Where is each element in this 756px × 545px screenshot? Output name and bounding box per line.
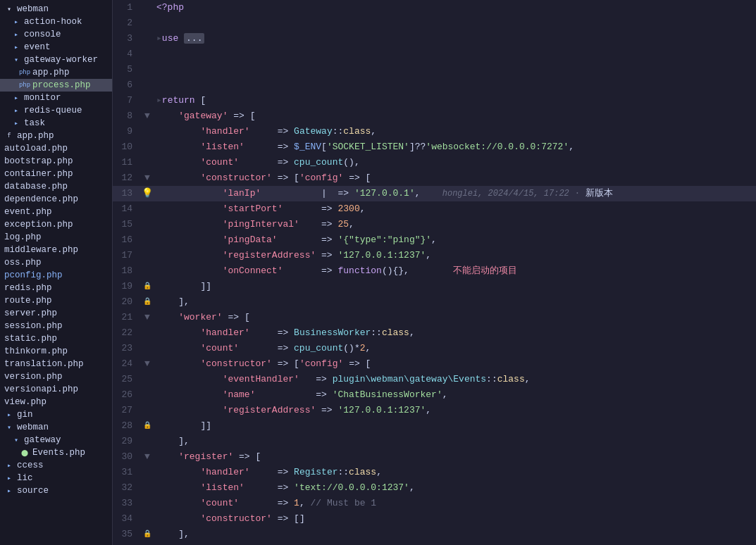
sidebar-item-lic[interactable]: ▸ lic: [0, 472, 112, 484]
sidebar-item-redis-queue[interactable]: ▸ redis-queue: [0, 104, 112, 117]
line-number: 32: [113, 480, 141, 496]
line-gutter: [141, 46, 154, 62]
folder-icon: ▸: [11, 17, 21, 27]
sidebar-item-source[interactable]: ▸ source: [0, 484, 112, 497]
sidebar-item-static[interactable]: static.php: [0, 332, 112, 345]
sidebar-item-ccess[interactable]: ▸ ccess: [0, 459, 112, 472]
line-code: 'count' => cpu_count()*2,: [154, 341, 756, 356]
line-34: 34 'constructor' => []: [113, 511, 756, 527]
line-15: 15 'pingInterval' => 25,: [113, 217, 756, 232]
sidebar-item-oss[interactable]: oss.php: [0, 256, 112, 269]
line-gutter: ▼: [141, 356, 154, 372]
chevron-icon: ▾: [4, 4, 14, 14]
sidebar-item-label: server.php: [4, 308, 57, 318]
line-code: [154, 77, 756, 93]
sidebar-item-redis[interactable]: redis.php: [0, 282, 112, 294]
sidebar-item-session[interactable]: session.php: [0, 320, 112, 332]
sidebar-item-gateway[interactable]: ▾ gateway: [0, 434, 112, 446]
sidebar-label: webman: [17, 4, 49, 14]
line-21: 21 ▼ 'worker' => [: [113, 310, 756, 325]
sidebar-item-label: event: [24, 42, 51, 52]
sidebar-item-label: thinkorm.php: [4, 346, 68, 356]
line-code: ],: [154, 434, 756, 449]
sidebar-item-bootstrap[interactable]: bootstrap.php: [0, 155, 112, 168]
sidebar-item-container[interactable]: container.php: [0, 168, 112, 180]
sidebar-item-process-php[interactable]: php process.php: [0, 79, 112, 92]
line-number: 11: [113, 155, 141, 170]
sidebar-item-label: event.php: [4, 207, 52, 217]
line-gutter: 🔒: [141, 527, 154, 542]
line-gutter: [141, 201, 154, 217]
sidebar-item-webman2[interactable]: ▾ webman: [0, 421, 112, 434]
sidebar-item-label: session.php: [4, 321, 63, 331]
line-gutter: 🔒: [141, 418, 154, 434]
sidebar-item-log[interactable]: log.php: [0, 231, 112, 244]
sidebar-item-gin[interactable]: ▸ gin: [0, 408, 112, 421]
sidebar-item-dependence[interactable]: dependence.php: [0, 193, 112, 206]
sidebar-item-exception[interactable]: exception.php: [0, 218, 112, 231]
sidebar-item-label: bootstrap.php: [4, 156, 73, 166]
sidebar-item-event[interactable]: ▸ event: [0, 41, 112, 54]
line-code: [154, 62, 756, 77]
sidebar-item-version[interactable]: version.php: [0, 370, 112, 383]
line-28: 28 🔒 ]]: [113, 418, 756, 434]
line-gutter: [141, 465, 154, 480]
line-number: 36: [113, 542, 141, 545]
line-30: 30 ▼ 'register' => [: [113, 449, 756, 465]
line-19: 19 🔒 ]]: [113, 279, 756, 294]
sidebar-item-database[interactable]: database.php: [0, 180, 112, 193]
line-number: 27: [113, 403, 141, 418]
sidebar-item-label: oss.php: [4, 258, 42, 268]
line-number: 10: [113, 139, 141, 155]
sidebar-item-label: ccess: [17, 461, 44, 470]
sidebar-item-gateway-worker[interactable]: ▾ gateway-worker: [0, 54, 112, 66]
sidebar-item-middleware[interactable]: middleware.php: [0, 244, 112, 256]
line-31: 31 'handler' => Register::class,: [113, 465, 756, 480]
line-gutter: ▼: [141, 108, 154, 124]
sidebar-item-label: translation.php: [4, 359, 84, 369]
sidebar-item-action-hook[interactable]: ▸ action-hook: [0, 15, 112, 28]
line-2: 2: [113, 15, 756, 31]
line-number: 12: [113, 170, 141, 186]
line-14: 14 'startPort' => 2300,: [113, 201, 756, 217]
sidebar-item-label: pconfig.php: [4, 270, 63, 280]
line-code: 'listen' => 'text://0.0.0.0:1237',: [154, 480, 756, 496]
sidebar-item-app-php[interactable]: php app.php: [0, 66, 112, 79]
line-code: 'handler' => Register::class,: [154, 465, 756, 480]
sidebar-item-label: Events.php: [32, 448, 85, 458]
sidebar-item-autoload[interactable]: autoload.php: [0, 142, 112, 155]
line-1: 1 <?php: [113, 0, 756, 15]
sidebar-item-label: container.php: [4, 169, 73, 179]
sidebar-item-view[interactable]: view.php: [0, 396, 112, 408]
line-number: 15: [113, 217, 141, 232]
sidebar-item-label: static.php: [4, 334, 57, 344]
line-gutter: [141, 434, 154, 449]
line-code: 'startPort' => 2300,: [154, 201, 756, 217]
line-number: 7: [113, 93, 141, 108]
sidebar-item-pconfig[interactable]: pconfig.php: [0, 269, 112, 282]
line-24: 24 ▼ 'constructor' => ['config' => [: [113, 356, 756, 372]
line-code: 'constructor' => ['config' => [: [154, 356, 756, 372]
sidebar-item-monitor[interactable]: ▸ monitor: [0, 92, 112, 104]
line-gutter: [141, 139, 154, 155]
line-code: ▸use ...: [154, 31, 756, 46]
sidebar-item-route[interactable]: route.php: [0, 294, 112, 307]
sidebar-item-console[interactable]: ▸ console: [0, 28, 112, 41]
line-gutter: [141, 372, 154, 387]
sidebar-item-task[interactable]: ▸ task: [0, 117, 112, 130]
sidebar-item-thinkorm[interactable]: thinkorm.php: [0, 345, 112, 358]
sidebar-item-events[interactable]: ⬤ Events.php: [0, 446, 112, 459]
line-number: 34: [113, 511, 141, 527]
line-number: 14: [113, 201, 141, 217]
code-editor[interactable]: 1 <?php 2 3 ▸use ... 4 5 6: [113, 0, 756, 545]
sidebar-item-server[interactable]: server.php: [0, 307, 112, 320]
sidebar-item-app[interactable]: f app.php: [0, 130, 112, 142]
sidebar-item-event-php[interactable]: event.php: [0, 206, 112, 218]
sidebar-item-versionapi[interactable]: versionapi.php: [0, 383, 112, 396]
line-number: 6: [113, 77, 141, 93]
sidebar-item-translation[interactable]: translation.php: [0, 358, 112, 370]
line-gutter: [141, 77, 154, 93]
line-gutter: [141, 232, 154, 248]
sidebar-item-label: lic: [17, 473, 33, 483]
folder-icon: ▸: [11, 93, 21, 103]
